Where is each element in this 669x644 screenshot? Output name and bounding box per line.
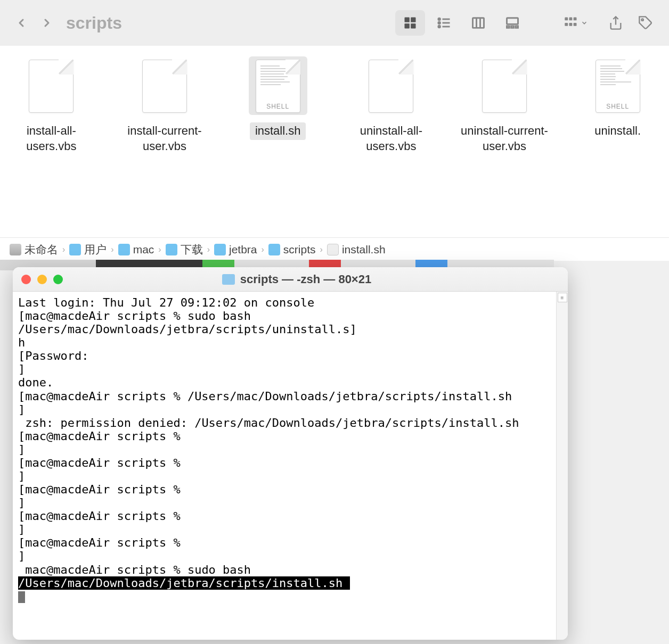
scrollbar[interactable]: ≡: [556, 292, 568, 640]
svg-point-4: [438, 18, 440, 20]
svg-rect-14: [507, 26, 510, 28]
shell-file-icon: SHELL: [589, 56, 647, 115]
chevron-right-icon: ›: [62, 245, 65, 254]
svg-rect-0: [405, 18, 410, 22]
file-label: uninstall.: [589, 122, 646, 140]
svg-rect-19: [574, 18, 577, 21]
chevron-right-icon: ›: [262, 245, 264, 254]
terminal-content[interactable]: Last login: Thu Jul 27 09:12:02 on conso…: [13, 292, 568, 607]
breadcrumb-segment[interactable]: scripts: [268, 243, 316, 256]
breadcrumb-segment[interactable]: jetbra: [214, 243, 257, 256]
term-line: [mac@macdeAir scripts % /Users/mac/Downl…: [18, 390, 568, 416]
terminal-window: scripts — -zsh — 80×21 ≡ Last login: Thu…: [13, 267, 568, 640]
breadcrumb-segment[interactable]: mac: [118, 243, 154, 256]
svg-rect-21: [569, 23, 573, 26]
svg-point-8: [438, 26, 440, 28]
term-highlighted-path: /Users/mac/Downloads/jetbra/scripts/inst…: [18, 576, 350, 590]
term-line: zsh: permission denied: /Users/mac/Downl…: [18, 416, 519, 430]
term-line: done.: [18, 376, 53, 389]
breadcrumb-segment[interactable]: install.sh: [327, 243, 386, 256]
disk-icon: [10, 244, 21, 255]
svg-point-6: [438, 22, 440, 24]
terminal-body[interactable]: ≡ Last login: Thu Jul 27 09:12:02 on con…: [13, 292, 568, 640]
svg-rect-2: [405, 23, 410, 28]
folder-icon: [268, 244, 280, 255]
svg-rect-20: [565, 23, 568, 26]
group-by-button[interactable]: [564, 15, 588, 30]
finder-toolbar: scripts: [0, 0, 669, 46]
tags-button[interactable]: [633, 10, 658, 36]
breadcrumb-label: scripts: [283, 243, 316, 256]
gallery-view-button[interactable]: [497, 10, 527, 36]
term-line: [mac@macdeAir scripts % ]: [18, 456, 568, 483]
term-line: [mac@macdeAir scripts % ]: [18, 509, 568, 536]
file-label: install-current-user.vbs: [113, 122, 216, 155]
breadcrumb-label: 未命名: [25, 242, 58, 257]
file-item[interactable]: uninstall-current-user.vbs: [453, 56, 556, 237]
file-label: install-all-users.vbs: [0, 122, 103, 155]
term-line: h: [18, 336, 25, 349]
scroll-marker-icon[interactable]: ≡: [558, 293, 567, 302]
svg-rect-16: [516, 26, 518, 28]
svg-rect-13: [507, 18, 518, 24]
file-item[interactable]: install-all-users.vbs: [0, 56, 103, 237]
chevron-right-icon: ›: [158, 245, 161, 254]
shell-badge: SHELL: [596, 103, 640, 110]
breadcrumb-label: 下载: [181, 242, 203, 257]
back-button[interactable]: [11, 12, 32, 34]
terminal-title: scripts — -zsh — 80×21: [69, 273, 524, 286]
svg-rect-1: [411, 18, 415, 22]
minimize-button[interactable]: [37, 275, 47, 284]
file-item[interactable]: SHELLinstall.sh: [226, 56, 329, 237]
forward-button[interactable]: [36, 12, 58, 34]
term-line: [mac@macdeAir scripts % sudo bash /Users…: [18, 309, 357, 336]
term-line-prefix: mac@macdeAir scripts % sudo bash: [18, 563, 258, 576]
file-item[interactable]: SHELLuninstall.: [566, 56, 669, 237]
list-view-button[interactable]: [429, 10, 459, 36]
file-item[interactable]: install-current-user.vbs: [113, 56, 216, 237]
share-button[interactable]: [603, 10, 629, 36]
document-file-icon: [475, 56, 534, 115]
folder-icon: [118, 244, 130, 255]
column-view-button[interactable]: [463, 10, 493, 36]
breadcrumb-segment[interactable]: 未命名: [10, 242, 58, 257]
finder-window: scripts install-all-users.vbsins: [0, 0, 669, 261]
path-bar: 未命名›用户›mac›下载›jetbra›scripts›install.sh: [0, 237, 669, 261]
term-line: [mac@macdeAir scripts % ]: [18, 483, 568, 509]
zoom-button[interactable]: [53, 275, 63, 284]
svg-rect-10: [473, 18, 484, 28]
close-button[interactable]: [21, 275, 31, 284]
chevron-right-icon: ›: [207, 245, 210, 254]
icon-view-button[interactable]: [395, 10, 425, 36]
file-item[interactable]: uninstall-all-users.vbs: [340, 56, 443, 237]
svg-rect-15: [511, 26, 514, 28]
svg-point-24: [641, 19, 643, 21]
terminal-title-text: scripts — -zsh — 80×21: [240, 273, 371, 286]
term-line: [mac@macdeAir scripts % ]: [18, 536, 568, 563]
file-label: uninstall-current-user.vbs: [453, 122, 556, 155]
file-label: uninstall-all-users.vbs: [340, 122, 443, 155]
terminal-titlebar[interactable]: scripts — -zsh — 80×21: [13, 267, 568, 292]
svg-rect-17: [565, 18, 568, 21]
term-line: [Password: ]: [18, 349, 568, 376]
breadcrumb-segment[interactable]: 用户: [69, 242, 107, 257]
folder-icon: [166, 244, 177, 255]
term-line: [mac@macdeAir scripts % ]: [18, 430, 568, 456]
document-file-icon: [135, 56, 194, 115]
term-line: Last login: Thu Jul 27 09:12:02 on conso…: [18, 296, 314, 309]
file-label: install.sh: [250, 122, 306, 140]
chevron-right-icon: ›: [320, 245, 323, 254]
svg-rect-18: [569, 18, 573, 21]
file-icon: [327, 244, 339, 255]
document-file-icon: [22, 56, 80, 115]
breadcrumb-label: mac: [133, 243, 154, 256]
file-grid: install-all-users.vbsinstall-current-use…: [0, 46, 669, 237]
chevron-right-icon: ›: [111, 245, 113, 254]
breadcrumb-label: jetbra: [229, 243, 257, 256]
window-title: scripts: [66, 13, 122, 33]
folder-icon: [214, 244, 226, 255]
svg-rect-3: [411, 23, 415, 28]
shell-file-icon: SHELL: [249, 56, 307, 115]
breadcrumb-segment[interactable]: 下载: [166, 242, 203, 257]
view-controls: [395, 10, 527, 36]
